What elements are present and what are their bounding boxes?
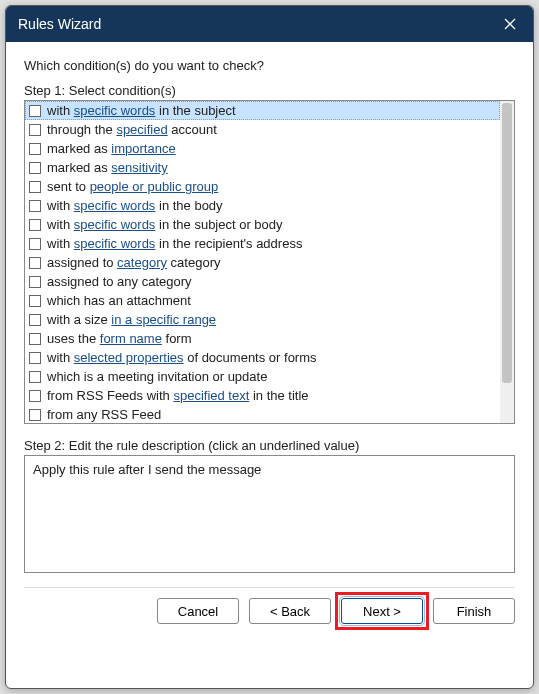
condition-link[interactable]: specific words: [74, 103, 156, 118]
condition-checkbox[interactable]: [29, 352, 41, 364]
condition-text: with specific words in the subject: [47, 101, 236, 120]
condition-text: marked as importance: [47, 139, 176, 158]
back-button[interactable]: < Back: [249, 598, 331, 624]
window-title: Rules Wizard: [18, 16, 101, 32]
condition-text: with specific words in the body: [47, 196, 223, 215]
condition-frag: in the subject or body: [155, 217, 282, 232]
condition-link[interactable]: specific words: [74, 198, 156, 213]
condition-link[interactable]: specific words: [74, 217, 156, 232]
condition-row[interactable]: with specific words in the subject: [25, 101, 500, 120]
condition-link[interactable]: form name: [100, 331, 162, 346]
condition-frag: in the title: [249, 388, 308, 403]
condition-checkbox[interactable]: [29, 390, 41, 402]
condition-row[interactable]: which has an attachment: [25, 291, 500, 310]
condition-link[interactable]: specific words: [74, 236, 156, 251]
condition-frag: with: [47, 198, 74, 213]
condition-link[interactable]: sensitivity: [111, 160, 167, 175]
condition-text: which is a meeting invitation or update: [47, 367, 267, 386]
condition-frag: of documents or forms: [184, 350, 317, 365]
condition-link[interactable]: selected properties: [74, 350, 184, 365]
conditions-listbox[interactable]: with specific words in the subjectthroug…: [24, 100, 515, 424]
button-row: Cancel < Back Next > Finish: [24, 598, 515, 634]
condition-text: with selected properties of documents or…: [47, 348, 317, 367]
condition-row[interactable]: assigned to category category: [25, 253, 500, 272]
condition-text: which has an attachment: [47, 291, 191, 310]
condition-row[interactable]: with specific words in the subject or bo…: [25, 215, 500, 234]
condition-frag: assigned to: [47, 255, 117, 270]
condition-frag: assigned to any category: [47, 274, 192, 289]
condition-link[interactable]: in a specific range: [111, 312, 216, 327]
condition-frag: account: [168, 122, 217, 137]
condition-frag: which is a meeting invitation or update: [47, 369, 267, 384]
condition-text: from any RSS Feed: [47, 405, 161, 423]
separator: [24, 587, 515, 588]
condition-row[interactable]: through the specified account: [25, 120, 500, 139]
condition-checkbox[interactable]: [29, 124, 41, 136]
condition-row[interactable]: with specific words in the body: [25, 196, 500, 215]
condition-text: marked as sensitivity: [47, 158, 168, 177]
condition-row[interactable]: from RSS Feeds with specified text in th…: [25, 386, 500, 405]
wizard-body: Which condition(s) do you want to check?…: [6, 42, 533, 688]
condition-frag: with: [47, 217, 74, 232]
condition-link[interactable]: category: [117, 255, 167, 270]
condition-frag: with: [47, 350, 74, 365]
condition-checkbox[interactable]: [29, 238, 41, 250]
condition-frag: category: [167, 255, 220, 270]
condition-checkbox[interactable]: [29, 200, 41, 212]
titlebar: Rules Wizard: [6, 6, 533, 42]
condition-row[interactable]: assigned to any category: [25, 272, 500, 291]
condition-frag: which has an attachment: [47, 293, 191, 308]
condition-checkbox[interactable]: [29, 143, 41, 155]
close-icon[interactable]: [499, 13, 521, 35]
condition-checkbox[interactable]: [29, 105, 41, 117]
condition-checkbox[interactable]: [29, 276, 41, 288]
condition-row[interactable]: with selected properties of documents or…: [25, 348, 500, 367]
condition-frag: marked as: [47, 141, 111, 156]
condition-checkbox[interactable]: [29, 314, 41, 326]
condition-frag: sent to: [47, 179, 90, 194]
scrollbar[interactable]: [500, 101, 514, 423]
annotation-arrow: [5, 689, 539, 694]
condition-text: from RSS Feeds with specified text in th…: [47, 386, 309, 405]
scrollbar-thumb[interactable]: [502, 103, 512, 383]
condition-row[interactable]: marked as importance: [25, 139, 500, 158]
condition-checkbox[interactable]: [29, 333, 41, 345]
condition-link[interactable]: importance: [111, 141, 175, 156]
condition-link[interactable]: people or public group: [90, 179, 219, 194]
condition-frag: from RSS Feeds with: [47, 388, 173, 403]
condition-link[interactable]: specified text: [173, 388, 249, 403]
condition-checkbox[interactable]: [29, 181, 41, 193]
cancel-button[interactable]: Cancel: [157, 598, 239, 624]
condition-text: through the specified account: [47, 120, 217, 139]
condition-checkbox[interactable]: [29, 257, 41, 269]
condition-frag: with: [47, 103, 74, 118]
condition-frag: in the subject: [155, 103, 235, 118]
condition-link[interactable]: specified: [116, 122, 167, 137]
condition-text: uses the form name form: [47, 329, 192, 348]
condition-row[interactable]: with specific words in the recipient's a…: [25, 234, 500, 253]
condition-row[interactable]: marked as sensitivity: [25, 158, 500, 177]
condition-frag: with a size: [47, 312, 111, 327]
condition-row[interactable]: which is a meeting invitation or update: [25, 367, 500, 386]
rule-description-text: Apply this rule after I send the message: [33, 462, 261, 477]
rule-description-box[interactable]: Apply this rule after I send the message: [24, 455, 515, 573]
condition-checkbox[interactable]: [29, 295, 41, 307]
condition-checkbox[interactable]: [29, 162, 41, 174]
condition-row[interactable]: uses the form name form: [25, 329, 500, 348]
condition-checkbox[interactable]: [29, 409, 41, 421]
condition-checkbox[interactable]: [29, 371, 41, 383]
next-button[interactable]: Next >: [341, 598, 423, 624]
condition-frag: uses the: [47, 331, 100, 346]
step2-label: Step 2: Edit the rule description (click…: [24, 438, 515, 453]
step1-label: Step 1: Select condition(s): [24, 83, 515, 98]
condition-row[interactable]: sent to people or public group: [25, 177, 500, 196]
condition-text: assigned to category category: [47, 253, 220, 272]
condition-text: with specific words in the recipient's a…: [47, 234, 302, 253]
condition-row[interactable]: with a size in a specific range: [25, 310, 500, 329]
rules-wizard-window: Rules Wizard Which condition(s) do you w…: [5, 5, 534, 689]
condition-text: sent to people or public group: [47, 177, 218, 196]
finish-button[interactable]: Finish: [433, 598, 515, 624]
condition-row[interactable]: from any RSS Feed: [25, 405, 500, 423]
condition-text: with specific words in the subject or bo…: [47, 215, 283, 234]
condition-checkbox[interactable]: [29, 219, 41, 231]
